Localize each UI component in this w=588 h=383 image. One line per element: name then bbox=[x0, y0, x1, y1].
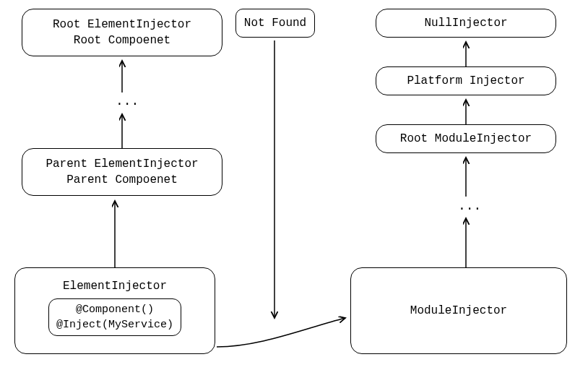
element-injector-box: ElementInjector @Component() @Inject(MyS… bbox=[14, 267, 215, 354]
component-decorator-line1: @Component() bbox=[56, 302, 173, 317]
injector-hierarchy-diagram: Root ElementInjector Root Compoenet ... … bbox=[0, 0, 588, 383]
platform-injector-box: Platform Injector bbox=[376, 66, 556, 95]
parent-element-injector-line1: Parent ElementInjector bbox=[46, 156, 198, 172]
not-found-box: Not Found bbox=[235, 9, 315, 38]
root-element-injector-box: Root ElementInjector Root Compoenet bbox=[22, 9, 222, 56]
platform-injector-label: Platform Injector bbox=[407, 73, 524, 89]
left-ellipsis: ... bbox=[116, 94, 139, 108]
root-element-injector-line1: Root ElementInjector bbox=[53, 17, 191, 33]
null-injector-box: NullInjector bbox=[376, 9, 556, 38]
null-injector-label: NullInjector bbox=[424, 15, 507, 31]
element-injector-title: ElementInjector bbox=[63, 278, 167, 294]
not-found-label: Not Found bbox=[244, 15, 306, 31]
parent-element-injector-line2: Parent Compoenet bbox=[66, 172, 178, 188]
component-decorator-line2: @Inject(MyService) bbox=[56, 317, 173, 332]
module-injector-box: ModuleInjector bbox=[350, 267, 567, 354]
right-ellipsis: ... bbox=[458, 199, 481, 213]
component-decorator-box: @Component() @Inject(MyService) bbox=[48, 298, 181, 336]
root-module-injector-box: Root ModuleInjector bbox=[376, 124, 556, 153]
module-injector-label: ModuleInjector bbox=[410, 303, 507, 319]
parent-element-injector-box: Parent ElementInjector Parent Compoenet bbox=[22, 148, 222, 196]
root-module-injector-label: Root ModuleInjector bbox=[400, 131, 532, 147]
root-element-injector-line2: Root Compoenet bbox=[74, 33, 170, 48]
